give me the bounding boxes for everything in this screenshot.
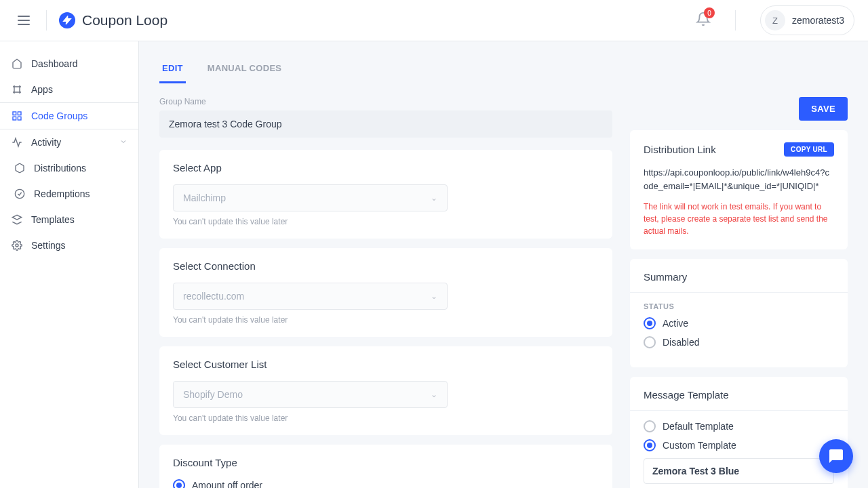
sidebar-item-label: Settings [31,240,66,251]
topbar: Coupon Loop 0 Z zemoratest3 [0,0,868,41]
grid-icon [11,110,23,122]
sidebar-item-code-groups[interactable]: Code Groups [0,102,138,129]
tab-manual-codes[interactable]: MANUAL CODES [205,58,285,83]
select-app: Mailchimp ⌄ [173,184,448,211]
user-name: zemoratest3 [792,15,844,26]
radio-label: Disabled [663,337,699,348]
svg-marker-5 [12,215,21,220]
save-button[interactable]: SAVE [799,97,848,121]
card-title: Select Connection [173,260,599,272]
logo[interactable]: Coupon Loop [59,12,167,28]
avatar: Z [765,10,785,30]
card-title: Distribution Link [644,144,716,155]
radio-icon [644,317,656,329]
chevron-down-icon: ⌄ [431,193,437,203]
svg-rect-0 [13,112,16,115]
status-label: STATUS [644,302,834,310]
chevron-down-icon: ⌄ [431,291,437,301]
sidebar-item-apps[interactable]: Apps [0,77,138,102]
radio-custom-template[interactable]: Custom Template [644,439,834,451]
radio-label: Active [663,318,688,329]
card-title: Select App [173,162,599,174]
menu-toggle[interactable] [14,12,34,29]
card-select-customer-list: Select Customer List Shopify Demo ⌄ You … [159,346,612,435]
template-name: Zemora Test 3 Blue [652,466,825,476]
helper-text: You can't update this value later [173,413,599,423]
sidebar-item-label: Distributions [34,163,86,174]
select-connection: recollectu.com ⌄ [173,283,448,310]
radio-label: Default Template [663,421,734,432]
helper-text: You can't update this value later [173,217,599,226]
group-name-input[interactable] [159,110,612,138]
tab-edit[interactable]: EDIT [159,58,186,83]
brand-name: Coupon Loop [82,12,167,28]
radio-label: Amount off order [192,480,262,488]
card-distribution-link: Distribution Link COPY URL https://api.c… [630,130,848,249]
radio-label: Custom Template [663,440,736,451]
chat-button[interactable] [819,439,853,473]
radio-amount-off-order[interactable]: Amount off order [173,479,599,488]
radio-icon [644,336,656,348]
divider [630,292,848,293]
user-menu[interactable]: Z zemoratest3 [760,5,854,35]
card-title: Summary [644,271,834,283]
divider [46,10,47,30]
svg-point-6 [16,244,18,247]
layers-icon [11,214,23,226]
helper-text: You can't update this value later [173,315,599,325]
check-circle-icon [14,188,26,200]
sidebar-item-label: Templates [31,214,75,225]
select-value: Mailchimp [183,192,226,203]
selected-template[interactable]: Zemora Test 3 Blue [644,458,834,484]
sidebar-item-redemptions[interactable]: Redemptions [0,181,138,207]
card-select-connection: Select Connection recollectu.com ⌄ You c… [159,248,612,337]
sidebar-item-label: Code Groups [31,110,87,121]
notifications-button[interactable]: 0 [696,12,711,29]
sidebar-item-settings[interactable]: Settings [0,232,138,258]
activity-icon [11,136,23,148]
card-select-app: Select App Mailchimp ⌄ You can't update … [159,150,612,239]
sidebar-item-label: Dashboard [31,58,78,69]
select-value: recollectu.com [183,291,244,302]
group-name-label: Group Name [159,97,612,106]
sidebar-item-distributions[interactable]: Distributions [0,155,138,181]
svg-rect-3 [18,117,21,120]
select-value: Shopify Demo [183,389,243,400]
card-title: Discount Type [173,457,599,468]
svg-rect-1 [18,112,21,115]
radio-icon [173,479,185,488]
divider [735,10,736,30]
warning-text: The link will not work in test emails. I… [644,201,834,237]
chevron-down-icon [119,137,127,148]
divider [630,410,848,411]
card-discount-type: Discount Type Amount off order [159,445,612,488]
sidebar-item-label: Apps [31,84,53,95]
card-message-template: Message Template Default Template Custom… [630,377,848,488]
notification-badge: 0 [704,7,715,18]
distribution-url: https://api.couponloop.io/public/link/w4… [644,166,834,192]
package-icon [14,162,26,174]
select-customer-list: Shopify Demo ⌄ [173,381,448,408]
svg-rect-2 [13,117,16,120]
gear-icon [11,239,23,251]
card-title: Message Template [644,389,834,401]
sidebar-item-label: Redemptions [34,188,90,199]
radio-icon [644,420,656,432]
radio-status-active[interactable]: Active [644,317,834,329]
radio-default-template[interactable]: Default Template [644,420,834,432]
tabs: EDIT MANUAL CODES [159,58,848,83]
svg-point-4 [15,189,24,198]
apps-icon [11,83,23,96]
sidebar-item-dashboard[interactable]: Dashboard [0,51,138,77]
card-summary: Summary STATUS Active Disabled [630,259,848,367]
main-content: EDIT MANUAL CODES Group Name Select App … [139,41,868,488]
card-title: Select Customer List [173,359,599,370]
logo-icon [59,12,75,28]
home-icon [11,58,23,70]
copy-url-button[interactable]: COPY URL [784,142,834,157]
sidebar-item-templates[interactable]: Templates [0,207,138,232]
chevron-down-icon: ⌄ [431,390,437,399]
sidebar-item-activity[interactable]: Activity [0,129,138,155]
sidebar-item-label: Activity [31,137,61,148]
radio-status-disabled[interactable]: Disabled [644,336,834,348]
